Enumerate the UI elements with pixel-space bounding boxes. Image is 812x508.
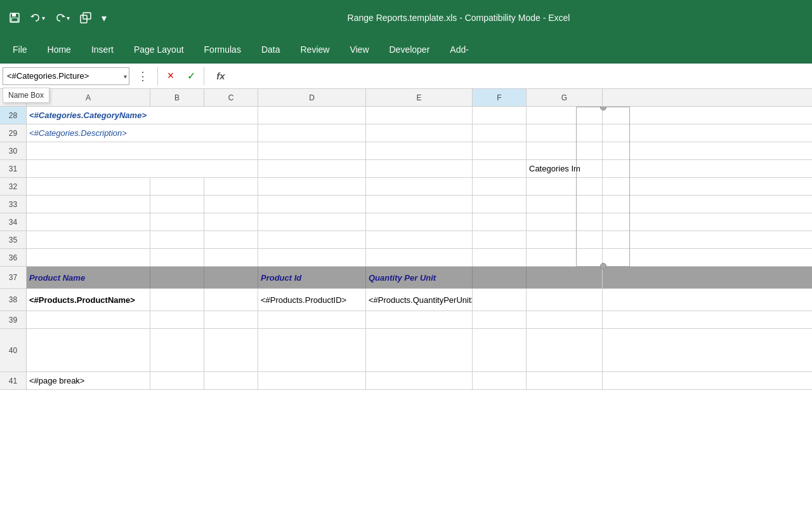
- cell-39-d[interactable]: [258, 311, 366, 328]
- cell-31-a[interactable]: [27, 160, 258, 177]
- cell-38-g[interactable]: [527, 289, 603, 311]
- cell-37-f[interactable]: [473, 267, 527, 288]
- cell-34-f[interactable]: [473, 213, 527, 231]
- cell-38-f[interactable]: [473, 289, 527, 311]
- cell-30-e[interactable]: [366, 142, 473, 159]
- cell-32-e[interactable]: [366, 178, 473, 195]
- cell-29-g[interactable]: [527, 124, 603, 142]
- name-box[interactable]: [3, 67, 129, 85]
- customize-qat-button[interactable]: ▾: [98, 10, 110, 27]
- redo-button[interactable]: ▾: [51, 10, 74, 25]
- cell-39-e[interactable]: [366, 311, 473, 328]
- cell-30-d[interactable]: [258, 142, 366, 159]
- menu-formulas[interactable]: Formulas: [194, 39, 251, 60]
- menu-insert[interactable]: Insert: [81, 39, 124, 60]
- cell-41-c[interactable]: [204, 372, 258, 389]
- cell-37-e[interactable]: Quantity Per Unit: [366, 267, 473, 288]
- menu-review[interactable]: Review: [291, 39, 340, 60]
- menu-data[interactable]: Data: [251, 39, 291, 60]
- cell-37-b[interactable]: [150, 267, 204, 288]
- cell-40-g[interactable]: [527, 329, 603, 371]
- cell-40-d[interactable]: [258, 329, 366, 371]
- cell-35-c[interactable]: [204, 231, 258, 248]
- cell-38-a[interactable]: <#Products.ProductName>: [27, 289, 150, 311]
- cell-40-e[interactable]: [366, 329, 473, 371]
- cell-38-c[interactable]: [204, 289, 258, 311]
- cell-29-d[interactable]: [258, 124, 366, 142]
- cell-29-f[interactable]: [473, 124, 527, 142]
- cell-36-a[interactable]: [27, 249, 150, 266]
- cell-40-c[interactable]: [204, 329, 258, 371]
- menu-page-layout[interactable]: Page Layout: [124, 39, 194, 60]
- undo-button[interactable]: ▾: [27, 10, 49, 25]
- cell-33-d[interactable]: [258, 196, 366, 213]
- col-header-e[interactable]: E: [366, 89, 473, 106]
- save-button[interactable]: [5, 10, 24, 26]
- menu-view[interactable]: View: [339, 39, 379, 60]
- cell-28-d[interactable]: [258, 107, 366, 124]
- cell-41-g[interactable]: [527, 372, 603, 389]
- cell-30-f[interactable]: [473, 142, 527, 159]
- cell-37-g[interactable]: [527, 267, 603, 288]
- col-header-b[interactable]: B: [150, 89, 204, 106]
- cell-41-a[interactable]: <#page break>: [27, 372, 150, 389]
- cell-28-g[interactable]: [527, 107, 603, 124]
- cell-36-d[interactable]: [258, 249, 366, 266]
- cell-32-a[interactable]: [27, 178, 150, 195]
- resize-handle-bottom[interactable]: [600, 263, 606, 269]
- cell-35-a[interactable]: [27, 231, 150, 248]
- cell-40-f[interactable]: [473, 329, 527, 371]
- cell-34-b[interactable]: [150, 213, 204, 231]
- cell-37-d[interactable]: Product Id: [258, 267, 366, 288]
- cell-31-e[interactable]: [366, 160, 473, 177]
- menu-home[interactable]: Home: [37, 39, 81, 60]
- cell-34-e[interactable]: [366, 213, 473, 231]
- cell-31-f[interactable]: [473, 160, 527, 177]
- cell-28-f[interactable]: [473, 107, 527, 124]
- menu-add-ins[interactable]: Add-: [440, 39, 479, 60]
- cell-35-b[interactable]: [150, 231, 204, 248]
- formula-options-btn[interactable]: ⋮: [134, 69, 151, 83]
- cell-35-g[interactable]: [527, 231, 603, 248]
- cell-31-d[interactable]: [258, 160, 366, 177]
- cell-30-a[interactable]: [27, 142, 258, 159]
- cell-36-c[interactable]: [204, 249, 258, 266]
- cell-37-c[interactable]: [204, 267, 258, 288]
- cell-41-b[interactable]: [150, 372, 204, 389]
- col-header-g[interactable]: G: [527, 89, 603, 106]
- cell-35-e[interactable]: [366, 231, 473, 248]
- cancel-button[interactable]: ×: [162, 67, 180, 85]
- cell-41-d[interactable]: [258, 372, 366, 389]
- cell-34-d[interactable]: [258, 213, 366, 231]
- cell-36-e[interactable]: [366, 249, 473, 266]
- cell-38-b[interactable]: [150, 289, 204, 311]
- cell-32-d[interactable]: [258, 178, 366, 195]
- menu-file[interactable]: File: [3, 39, 37, 60]
- cell-34-g[interactable]: [527, 213, 603, 231]
- cell-39-b[interactable]: [150, 311, 204, 328]
- cell-38-d[interactable]: <#Products.ProductID>: [258, 289, 366, 311]
- cell-32-f[interactable]: [473, 178, 527, 195]
- cell-36-g[interactable]: [527, 249, 603, 266]
- cell-29-e[interactable]: [366, 124, 473, 142]
- cell-36-b[interactable]: [150, 249, 204, 266]
- cell-38-e[interactable]: <#Products.QuantityPerUnit>: [366, 289, 473, 311]
- cell-40-b[interactable]: [150, 329, 204, 371]
- cell-28-e[interactable]: [366, 107, 473, 124]
- cell-32-g[interactable]: [527, 178, 603, 195]
- cell-37-a[interactable]: Product Name: [27, 267, 150, 288]
- cell-41-e[interactable]: [366, 372, 473, 389]
- cell-29-a[interactable]: <#Categories.Description>: [27, 124, 258, 142]
- cell-36-f[interactable]: [473, 249, 527, 266]
- col-header-c[interactable]: C: [204, 89, 258, 106]
- cell-39-g[interactable]: [527, 311, 603, 328]
- cell-28-a[interactable]: <#Categories.CategoryName>: [27, 107, 258, 124]
- copy-cells-button[interactable]: [76, 10, 95, 26]
- cell-33-g[interactable]: [527, 196, 603, 213]
- confirm-button[interactable]: ✓: [182, 67, 200, 85]
- cell-33-e[interactable]: [366, 196, 473, 213]
- cell-30-g[interactable]: [527, 142, 603, 159]
- cell-35-d[interactable]: [258, 231, 366, 248]
- cell-33-f[interactable]: [473, 196, 527, 213]
- cell-33-b[interactable]: [150, 196, 204, 213]
